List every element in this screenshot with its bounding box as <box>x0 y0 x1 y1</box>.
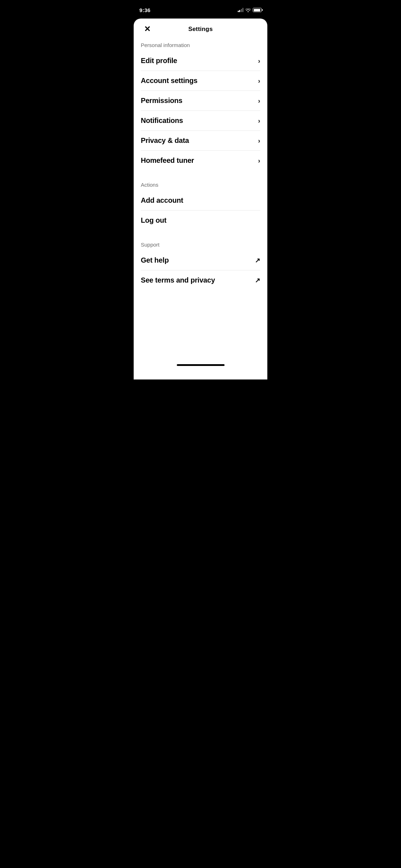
status-icons <box>238 8 262 12</box>
menu-item-notifications[interactable]: Notifications › <box>134 111 267 130</box>
section-label-personal: Personal information <box>134 36 267 51</box>
chevron-right-icon: › <box>258 157 260 164</box>
home-indicator <box>134 361 267 367</box>
add-account-label: Add account <box>141 196 183 205</box>
home-bar <box>177 364 225 366</box>
menu-item-get-help[interactable]: Get help ↗ <box>134 250 267 270</box>
section-label-actions: Actions <box>134 176 267 191</box>
menu-item-terms-privacy[interactable]: See terms and privacy ↗ <box>134 270 267 290</box>
chevron-right-icon: › <box>258 118 260 124</box>
menu-item-privacy-data[interactable]: Privacy & data › <box>134 131 267 150</box>
chevron-right-icon: › <box>258 98 260 104</box>
menu-item-permissions[interactable]: Permissions › <box>134 91 267 110</box>
menu-item-edit-profile[interactable]: Edit profile › <box>134 51 267 71</box>
status-bar: 9:36 <box>134 0 267 16</box>
menu-item-homefeed-tuner[interactable]: Homefeed tuner › <box>134 151 267 170</box>
section-label-support: Support <box>134 236 267 250</box>
section-actions: Actions Add account Log out <box>134 176 267 230</box>
terms-privacy-label: See terms and privacy <box>141 276 215 284</box>
external-link-icon: ↗ <box>255 257 260 264</box>
bottom-spacer <box>134 290 267 361</box>
section-personal: Personal information Edit profile › Acco… <box>134 36 267 170</box>
battery-icon <box>253 8 262 12</box>
get-help-label: Get help <box>141 256 169 264</box>
edit-profile-label: Edit profile <box>141 57 177 65</box>
header: ✕ Settings <box>134 19 267 36</box>
section-spacer <box>134 170 267 176</box>
menu-item-log-out[interactable]: Log out <box>134 211 267 230</box>
wifi-icon <box>245 8 251 12</box>
permissions-label: Permissions <box>141 97 182 105</box>
status-time: 9:36 <box>139 7 150 13</box>
page-title: Settings <box>188 26 213 33</box>
external-link-icon: ↗ <box>255 277 260 284</box>
privacy-data-label: Privacy & data <box>141 136 189 145</box>
menu-item-add-account[interactable]: Add account <box>134 191 267 210</box>
log-out-label: Log out <box>141 216 166 224</box>
homefeed-tuner-label: Homefeed tuner <box>141 156 194 165</box>
chevron-right-icon: › <box>258 78 260 84</box>
settings-sheet: ✕ Settings Personal information Edit pro… <box>134 19 267 379</box>
menu-item-account-settings[interactable]: Account settings › <box>134 71 267 91</box>
close-button[interactable]: ✕ <box>141 23 154 36</box>
chevron-right-icon: › <box>258 58 260 64</box>
section-spacer <box>134 230 267 236</box>
close-icon: ✕ <box>144 25 150 33</box>
section-support: Support Get help ↗ See terms and privacy… <box>134 236 267 290</box>
account-settings-label: Account settings <box>141 77 197 85</box>
signal-icon <box>238 8 244 12</box>
phone-frame: 9:36 ✕ Settings <box>134 0 267 379</box>
chevron-right-icon: › <box>258 138 260 144</box>
notifications-label: Notifications <box>141 117 183 125</box>
